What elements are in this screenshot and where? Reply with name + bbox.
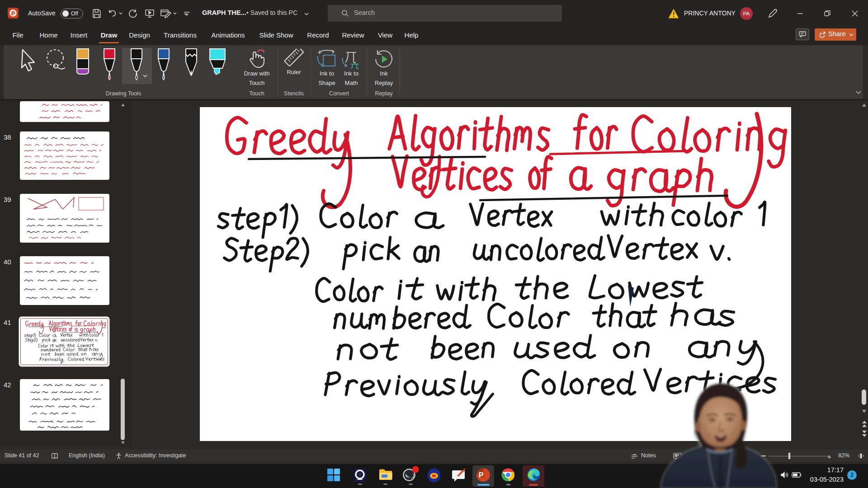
svg-text:P: P [479, 471, 484, 479]
svg-text:P: P [11, 10, 15, 17]
